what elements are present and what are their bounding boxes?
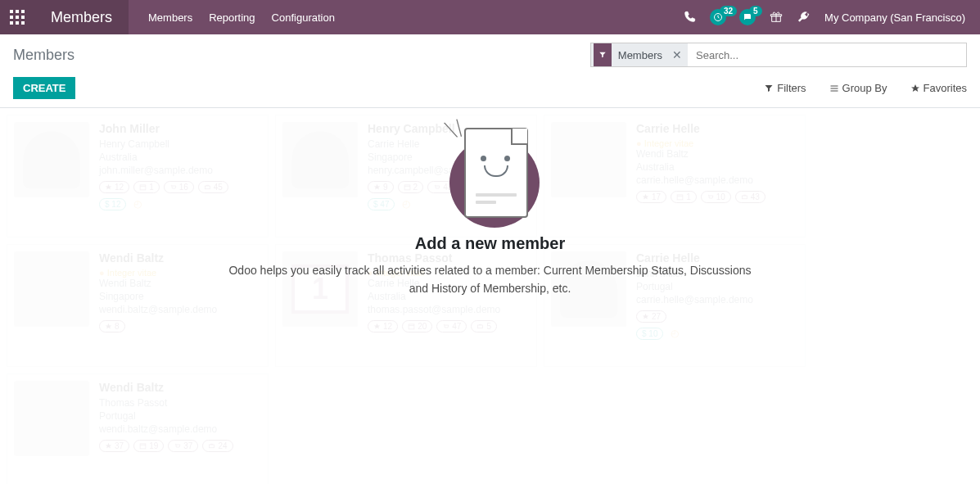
search-input[interactable] (688, 43, 966, 66)
member-country: Singapore (368, 152, 530, 163)
member-card[interactable]: Carrie Helle Integer vitae Wendi Baltz A… (544, 115, 806, 237)
member-avatar (282, 122, 358, 197)
main-navbar: Members Members Reporting Configuration … (0, 0, 980, 34)
wrench-icon[interactable] (797, 10, 811, 25)
stat-case[interactable]: 17 (462, 181, 492, 193)
gift-icon[interactable] (769, 10, 784, 25)
member-name: Carrie Helle (636, 251, 798, 265)
nav-configuration[interactable]: Configuration (272, 11, 335, 24)
member-card[interactable]: John Miller Henry Campbell Australia joh… (7, 115, 269, 237)
svg-rect-13 (469, 186, 474, 189)
member-company: Carrie Helle (368, 278, 530, 289)
member-country: Australia (636, 161, 798, 173)
nav-reporting[interactable]: Reporting (209, 11, 255, 24)
stat-star[interactable]: 8 (99, 320, 125, 332)
groupby-button[interactable]: Group By (829, 82, 887, 94)
stat-case[interactable]: 43 (735, 191, 765, 203)
stat-money[interactable]: $ 47 (368, 198, 395, 210)
messages-icon[interactable]: 5 (739, 9, 756, 25)
svg-rect-16 (409, 324, 414, 329)
stat-money[interactable]: $ 10 (636, 328, 663, 340)
stat-cart[interactable]: 10 (701, 191, 731, 203)
svg-rect-0 (10, 10, 13, 13)
member-name: Henry Campbell (368, 122, 530, 135)
search-facet-members: Members ✕ (591, 43, 688, 66)
member-email: henry.campbell@sample.demo (368, 165, 530, 176)
member-avatar: 1 (282, 251, 358, 327)
stat-star[interactable]: 9 (368, 181, 394, 193)
member-country: Portugal (99, 410, 261, 422)
star-icon (910, 84, 920, 93)
member-card[interactable]: 1 Thomas Passot Integer vitae Carrie Hel… (275, 244, 537, 367)
stat-cart[interactable]: 37 (168, 440, 198, 452)
stat-case[interactable]: 5 (471, 320, 497, 332)
member-card[interactable]: Wendi Baltz Thomas Passot Portugal wendi… (7, 373, 269, 484)
nav-members[interactable]: Members (148, 11, 192, 24)
member-tag: Integer vitae (99, 268, 261, 278)
svg-rect-15 (742, 196, 747, 199)
apps-menu-icon[interactable] (0, 0, 34, 34)
activity-icon[interactable]: 32 (710, 9, 726, 25)
member-email: carrie.helle@sample.demo (636, 174, 798, 186)
funnel-icon (594, 43, 612, 66)
svg-rect-10 (140, 185, 146, 190)
stat-star[interactable]: 27 (636, 310, 666, 323)
control-panel: Members Members ✕ CREATE Filters Group B… (0, 34, 980, 108)
member-card[interactable]: Henry Campbell Carrie Helle Singapore he… (275, 115, 537, 237)
svg-rect-4 (16, 16, 19, 19)
member-tag: Integer vitae (368, 268, 530, 278)
stat-cart[interactable]: 16 (164, 181, 194, 193)
phone-icon[interactable] (682, 10, 697, 25)
stat-star[interactable]: 37 (99, 440, 129, 452)
filters-button[interactable]: Filters (764, 82, 806, 94)
svg-rect-11 (205, 186, 210, 189)
activity-badge: 32 (720, 6, 737, 16)
app-brand[interactable]: Members (34, 0, 129, 34)
search-bar[interactable]: Members ✕ (590, 43, 967, 67)
stat-cart[interactable]: 47 (436, 320, 467, 332)
member-country: Singapore (99, 291, 261, 302)
member-card[interactable]: Carrie Helle John Miller Portugal carrie… (544, 244, 806, 367)
stat-star[interactable]: 12 (368, 320, 398, 332)
create-button[interactable]: CREATE (13, 77, 75, 99)
stat-calendar[interactable]: 20 (402, 320, 432, 332)
stat-calendar[interactable]: 1 (133, 181, 160, 193)
stat-case[interactable]: 24 (202, 440, 233, 452)
svg-rect-1 (16, 10, 19, 13)
stat-calendar[interactable]: 1 (671, 191, 697, 203)
kanban-view: John Miller Henry Campbell Australia joh… (0, 108, 980, 484)
company-switcher[interactable]: My Company (San Francisco) (824, 11, 965, 24)
member-company: John Miller (636, 268, 798, 279)
member-avatar (551, 122, 626, 197)
member-name: Wendi Baltz (99, 381, 261, 394)
svg-rect-17 (478, 325, 483, 328)
member-name: John Miller (99, 122, 261, 135)
messages-badge: 5 (749, 6, 762, 16)
facet-remove-icon[interactable]: ✕ (669, 48, 685, 61)
clock-icon: ◴ (671, 328, 679, 340)
stat-cart[interactable]: 43 (427, 181, 458, 193)
svg-rect-5 (21, 16, 25, 19)
member-email: wendi.baltz@sample.demo (99, 304, 261, 315)
member-company: Henry Campbell (99, 138, 261, 150)
member-tag: Integer vitae (636, 138, 798, 148)
svg-rect-6 (10, 21, 13, 25)
member-card[interactable]: Wendi Baltz Integer vitae Wendi Baltz Si… (7, 244, 269, 367)
member-email: carrie.helle@sample.demo (636, 294, 798, 305)
member-email: thomas.passot@sample.demo (368, 304, 530, 315)
list-icon (829, 84, 839, 93)
favorites-button[interactable]: Favorites (910, 82, 967, 94)
member-country: Australia (368, 291, 530, 302)
clock-icon: ◴ (133, 198, 142, 210)
funnel-icon (764, 84, 774, 93)
stat-case[interactable]: 45 (198, 181, 228, 193)
stat-money[interactable]: $ 12 (99, 198, 126, 210)
member-name: Wendi Baltz (99, 251, 261, 265)
stat-star[interactable]: 17 (636, 191, 666, 203)
svg-rect-14 (677, 195, 683, 200)
stat-calendar[interactable]: 19 (133, 440, 164, 452)
member-company: Thomas Passot (99, 397, 261, 409)
stat-star[interactable]: 12 (99, 181, 129, 193)
member-company: Wendi Baltz (99, 278, 261, 289)
stat-calendar[interactable]: 2 (398, 181, 424, 193)
